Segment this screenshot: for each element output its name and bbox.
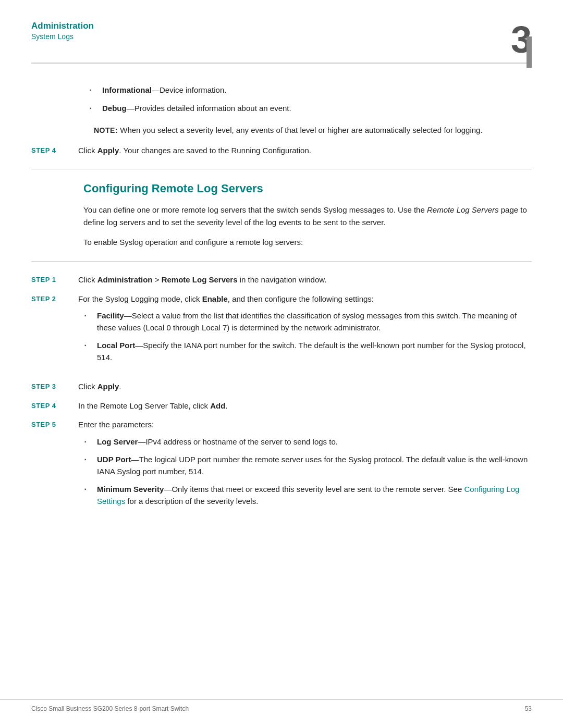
breadcrumb-area: Administration System Logs [31,21,94,41]
bullet-desc: Select a value from the list that identi… [97,311,517,332]
step-label-3: STEP 3 [31,381,78,393]
section-divider [31,169,532,169]
bullet-term: Local Port [97,341,135,350]
step-content-3: Click Apply. [78,381,532,393]
step4-text: In the Remote Log Server Table, click [78,401,210,410]
step-text-after: . Your changes are saved to the Running … [119,146,311,155]
system-logs-subtitle: System Logs [31,32,94,41]
step-content-2: For the Syslog Logging mode, click Enabl… [78,293,532,374]
bullet-sep: — [152,85,160,94]
bullet-sep: — [135,341,143,350]
footer-page-number: 53 [525,705,532,712]
step1-bold1: Administration [97,275,153,284]
intro-italic: Remote Log Servers [427,205,499,214]
step2-bullet-list: Facility—Select a value from the list th… [89,310,532,363]
section-heading: Configuring Remote Log Servers [83,182,532,195]
step2-bold1: Enable [202,294,228,303]
step-4: STEP 4 In the Remote Log Server Table, c… [31,400,532,412]
step1-text2: > [153,275,162,284]
bullet-desc: Provides detailed information about an e… [134,104,291,113]
bullet-sep: — [131,455,139,464]
page-footer: Cisco Small Business SG200 Series 8-port… [0,699,563,712]
header: Administration System Logs 3 [0,0,563,58]
list-item: UDP Port—The logical UDP port number the… [89,454,532,477]
step2-text: For the Syslog Logging mode, click [78,294,202,303]
step-3: STEP 3 Click Apply. [31,381,532,393]
note-box: NOTE: When you select a severity level, … [94,125,532,137]
step3-text2: . [119,382,121,391]
bullet-sep: — [124,311,132,320]
bullet-desc: IPv4 address or hostname of the server t… [145,437,338,446]
step4-bold1: Add [210,401,225,410]
page-container: Administration System Logs 3 Information… [0,0,563,728]
step-bold: Apply [97,146,119,155]
step1-bold2: Remote Log Servers [162,275,238,284]
step3-bold1: Apply [97,382,119,391]
step-label-1: STEP 1 [31,274,78,286]
step3-text: Click [78,382,97,391]
list-item: Debug—Provides detailed information abou… [94,103,532,115]
step-5: STEP 5 Enter the parameters: Log Server—… [31,419,532,517]
step-2: STEP 2 For the Syslog Logging mode, clic… [31,293,532,374]
step1-text: Click [78,275,97,284]
list-item: Facility—Select a value from the list th… [89,310,532,334]
list-item: Informational—Device information. [94,84,532,96]
intro-paragraph-1: You can define one or more remote log se… [83,204,532,229]
step1-text3: in the navigation window. [238,275,327,284]
list-item: Log Server—IPv4 address or hostname of t… [89,436,532,448]
bullet-term: Minimum Severity [97,485,164,493]
bullet-sep: — [164,485,172,493]
step-4-top: STEP 4 Click Apply. Your changes are sav… [31,145,532,157]
bullet-desc: Device information. [160,85,226,94]
header-top: Administration System Logs 3 [31,21,532,58]
step-1: STEP 1 Click Administration > Remote Log… [31,274,532,286]
admin-title: Administration [31,21,94,31]
intro-text-1: You can define one or more remote log se… [83,205,427,214]
note-text: When you select a severity level, any ev… [118,126,483,134]
bullet-desc: Specify the IANA port number for the swi… [97,341,526,362]
intro-paragraph-2: To enable Syslog operation and configure… [83,236,532,249]
step-content-4: In the Remote Log Server Table, click Ad… [78,400,532,412]
bullet-sep: — [138,437,145,446]
step-content: Click Apply. Your changes are saved to t… [78,145,532,157]
step-label-2: STEP 2 [31,293,78,374]
step5-bullet-list: Log Server—IPv4 address or hostname of t… [89,436,532,508]
bullet-term: Informational [102,85,152,94]
list-item: Local Port—Specify the IANA port number … [89,340,532,363]
chapter-tab [527,36,532,68]
step-content-5: Enter the parameters: Log Server—IPv4 ad… [78,419,532,517]
bullet-term: Log Server [97,437,138,446]
bullet-term: UDP Port [97,455,131,464]
section-divider-2 [31,261,532,262]
footer-left: Cisco Small Business SG200 Series 8-port… [31,705,189,712]
bullet-desc-2: for a description of the severity levels… [125,497,258,505]
step4-text2: . [225,401,227,410]
step-text-before: Click [78,146,97,155]
list-item: Minimum Severity—Only items that meet or… [89,484,532,507]
step2-text2: , and then configure the following setti… [228,294,374,303]
bullet-sep: — [127,104,134,113]
step-label: STEP 4 [31,145,78,157]
step-content-1: Click Administration > Remote Log Server… [78,274,532,286]
step-label-4: STEP 4 [31,400,78,412]
step-label-5: STEP 5 [31,419,78,517]
bullet-term: Debug [102,104,127,113]
bullet-desc: The logical UDP port number the remote s… [97,455,528,476]
bullet-desc-1: Only items that meet or exceed this seve… [172,485,464,493]
step5-text: Enter the parameters: [78,420,154,429]
top-bullet-list: Informational—Device information. Debug—… [94,84,532,114]
bullet-term: Facility [97,311,124,320]
main-content: Informational—Device information. Debug—… [0,64,563,556]
note-label: NOTE: [94,126,118,134]
